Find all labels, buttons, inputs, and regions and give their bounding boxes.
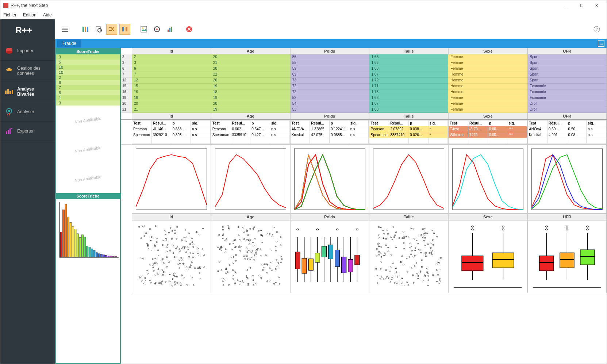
menu-edition[interactable]: Edition	[23, 12, 37, 18]
tool-target-icon[interactable]	[151, 24, 162, 35]
table-row[interactable]: 202020541.67FemmeDroit	[121, 101, 607, 107]
score-row[interactable]: 1	[56, 95, 120, 100]
svg-point-75	[138, 226, 140, 227]
svg-point-168	[167, 232, 168, 233]
score-row[interactable]: 6	[56, 90, 120, 95]
column-header[interactable]: UFR	[528, 48, 606, 54]
sidebar-label: Gestion des données	[17, 66, 51, 76]
svg-point-132	[150, 264, 151, 265]
sidebar-item-exporter[interactable]: Exporter	[0, 122, 55, 141]
svg-point-78	[190, 252, 191, 253]
svg-rect-48	[87, 246, 88, 257]
svg-point-3	[6, 51, 12, 54]
tool-compare-icon[interactable]	[119, 24, 130, 35]
import-icon	[5, 46, 14, 55]
svg-point-549	[380, 268, 382, 269]
score-row[interactable]: 3	[56, 54, 120, 60]
svg-point-486	[404, 237, 405, 238]
table-row[interactable]: 212119531.63FemmeDroit	[121, 107, 607, 113]
sidebar-item-analyser[interactable]: Analyser	[0, 102, 55, 122]
svg-point-370	[251, 257, 253, 258]
sidebar-item-bivariee[interactable]: Analyse Bivariée	[0, 81, 55, 102]
svg-point-158	[191, 238, 193, 239]
tab-fraude[interactable]: Fraude	[57, 39, 81, 47]
svg-point-105	[161, 281, 163, 282]
svg-rect-51	[93, 250, 95, 257]
stats-row: Wilcoxon74790.00...***	[449, 132, 527, 138]
score-row[interactable]: 10	[56, 65, 120, 70]
density-chart	[369, 145, 448, 214]
menu-fichier[interactable]: Fichier	[3, 12, 16, 18]
score-row[interactable]: 7	[56, 85, 120, 90]
svg-point-339	[249, 240, 250, 241]
svg-point-211	[169, 274, 171, 275]
score-row[interactable]: 5	[56, 60, 120, 65]
tab-maximize-icon[interactable]: ▭	[598, 40, 604, 47]
close-button[interactable]: ✕	[589, 0, 604, 11]
tool-columns-icon[interactable]	[80, 24, 91, 35]
tool-cancel-icon[interactable]	[184, 24, 195, 35]
table-row[interactable]: 121220731.72HommeSport	[121, 78, 607, 84]
tool-grid-icon[interactable]	[59, 24, 70, 35]
stats-column-header: UFR	[528, 113, 606, 119]
tool-shuffle-icon[interactable]	[106, 24, 117, 35]
svg-point-383	[247, 234, 249, 235]
svg-point-322	[275, 268, 277, 269]
table-cell: 20	[211, 66, 290, 72]
column-header[interactable]: Sexe	[449, 48, 527, 54]
svg-point-119	[146, 243, 148, 244]
table-cell: 53	[290, 107, 369, 113]
svg-point-332	[232, 269, 234, 271]
density-chart	[132, 145, 211, 214]
svg-point-507	[411, 268, 412, 269]
svg-point-432	[407, 271, 408, 272]
svg-point-273	[256, 252, 257, 253]
table-cell: 22	[211, 72, 290, 78]
table-row[interactable]: 3321551.66FemmeSport	[121, 60, 607, 66]
column-header[interactable]: Age	[211, 48, 290, 54]
tool-inspect-icon[interactable]	[93, 24, 104, 35]
tab-bar: Fraude ▭	[55, 39, 607, 48]
svg-point-127	[152, 258, 153, 260]
svg-point-267	[253, 227, 255, 228]
table-row[interactable]: 161618721.73HommeEconomie	[121, 89, 607, 95]
svg-point-279	[218, 234, 220, 235]
stats-row: T-test-3.70...0.00...***	[449, 126, 527, 132]
svg-point-174	[187, 269, 188, 270]
svg-rect-584	[539, 256, 554, 271]
toolbar: ?	[55, 19, 607, 39]
table-row[interactable]: 151519721.71HommeEconomie	[121, 84, 607, 89]
maximize-button[interactable]: ☐	[575, 0, 589, 11]
svg-point-447	[393, 226, 394, 227]
column-header[interactable]: Taille	[369, 48, 448, 54]
svg-point-140	[163, 263, 164, 264]
svg-point-443	[424, 228, 426, 229]
score-row[interactable]: 6	[56, 80, 120, 85]
svg-point-547	[440, 257, 442, 258]
table-row[interactable]: 2220561.65FemmeSport	[121, 54, 607, 60]
table-row[interactable]: 6620591.68FemmeSport	[121, 66, 607, 72]
tool-chart-icon[interactable]	[165, 24, 176, 35]
sidebar-item-gestion[interactable]: Gestion des données	[0, 61, 55, 81]
table-row[interactable]: 7722691.67HommeSport	[121, 72, 607, 78]
minimize-button[interactable]: —	[560, 0, 575, 11]
table-cell: Economie	[527, 89, 607, 95]
svg-point-243	[228, 284, 230, 286]
titlebar: R++, the Next Step — ☐ ✕	[0, 0, 607, 11]
column-header[interactable]: Poids	[291, 48, 369, 54]
table-cell: 54	[290, 101, 369, 107]
svg-point-286	[272, 234, 274, 235]
score-row[interactable]: 2	[56, 75, 120, 80]
svg-rect-33	[171, 27, 172, 32]
menu-aide[interactable]: Aide	[43, 12, 52, 18]
svg-point-320	[266, 272, 268, 273]
score-row[interactable]: 10	[56, 70, 120, 75]
svg-point-358	[256, 283, 257, 284]
tool-help-icon[interactable]: ?	[591, 24, 602, 35]
tool-image-icon[interactable]	[138, 24, 149, 35]
svg-point-88	[157, 274, 158, 275]
column-header[interactable]: Id	[132, 48, 211, 54]
sidebar-item-importer[interactable]: Importer	[0, 41, 55, 61]
table-row[interactable]: 191919521.63FemmeEconomie	[121, 95, 607, 101]
svg-rect-388	[295, 252, 300, 269]
